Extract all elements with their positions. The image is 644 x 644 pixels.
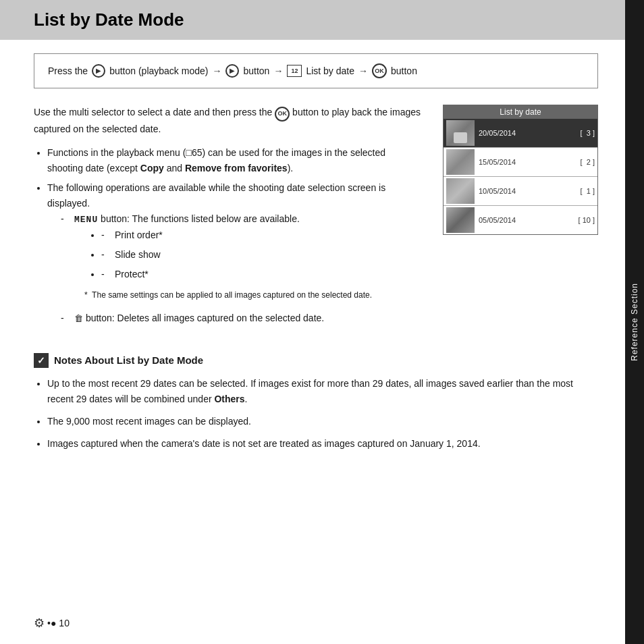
sidebar: Reference Section	[625, 0, 644, 644]
screenshot-ui: List by date 20/05/2014 [ 3 ] 15/05/2014…	[443, 105, 598, 235]
sub-bullet-1: Print order*	[101, 227, 423, 243]
main-bullets: Functions in the playback menu (□65) can…	[47, 145, 423, 326]
arrow-icon-3: →	[358, 63, 368, 78]
listbydate-icon: 12	[287, 65, 302, 77]
intro-paragraph: Use the multi selector to select a date …	[34, 105, 423, 137]
main-content: List by Date Mode Press the ▶ button (pl…	[0, 0, 625, 644]
body-section: Use the multi selector to select a date …	[34, 105, 598, 333]
screenshot-row-3: 10/05/2014 [ 1 ]	[444, 177, 597, 206]
screenshot-thumb-4	[446, 207, 475, 233]
sidebar-label: Reference Section	[630, 283, 639, 361]
instruction-box: Press the ▶ button (playback mode) → ▶ b…	[34, 53, 598, 88]
menu-icon: MENU	[74, 215, 98, 225]
notes-section: ✓ Notes About List by Date Mode Up to th…	[34, 353, 598, 452]
screenshot-row-2: 15/05/2014 [ 2 ]	[444, 148, 597, 177]
screenshot-date-3: 10/05/2014	[479, 187, 576, 195]
instruction-part2: button	[243, 63, 269, 78]
screenshot-header: List by date	[444, 105, 597, 119]
instruction-part4: button	[391, 63, 417, 78]
screenshot-panel: List by date 20/05/2014 [ 3 ] 15/05/2014…	[443, 105, 598, 333]
screenshot-thumb-3	[446, 178, 475, 204]
page-num-text: •●	[47, 618, 56, 628]
screenshot-date-1: 20/05/2014	[479, 129, 576, 137]
instruction-part1: button (playback mode)	[109, 63, 208, 78]
notes-title-text: Notes About List by Date Mode	[54, 354, 203, 366]
arrow-icon-1: →	[212, 63, 221, 78]
ok-icon-inline: OK	[275, 107, 290, 122]
sub-bullet-2: Slide show	[101, 247, 423, 263]
ok-icon: OK	[372, 63, 387, 78]
thumb-inner-1	[446, 120, 475, 146]
playback-icon: ▶	[92, 64, 105, 78]
screenshot-count-1: [ 3 ]	[581, 129, 595, 137]
screenshot-date-4: 05/05/2014	[479, 216, 574, 224]
body-text: Use the multi selector to select a date …	[34, 105, 423, 333]
thumb-inner-2	[446, 149, 475, 175]
dash-item-menu: MENU button: The functions listed below …	[61, 211, 423, 302]
page-num-value: 10	[59, 618, 70, 628]
screenshot-count-2: [ 2 ]	[581, 158, 595, 166]
instruction-prefix: Press the	[48, 63, 88, 78]
page-title: List by Date Mode	[34, 9, 591, 30]
sub-bullets: Print order* Slide show Protect*	[101, 227, 423, 282]
screenshot-count-4: [ 10 ]	[579, 216, 595, 224]
instruction-part3: List by date	[306, 63, 354, 78]
note-item-1: Up to the most recent 29 dates can be se…	[47, 376, 598, 407]
note-item-2: The 9,000 most recent images can be disp…	[47, 414, 598, 429]
trash-icon: 🗑	[74, 311, 83, 325]
dash-item-trash: 🗑 button: Deletes all images captured on…	[61, 311, 423, 326]
screenshot-row-4: 05/05/2014 [ 10 ]	[444, 206, 597, 234]
screenshot-count-3: [ 1 ]	[581, 187, 595, 195]
notes-list: Up to the most recent 29 dates can be se…	[47, 376, 598, 452]
footnote: * The same settings can be applied to al…	[84, 289, 423, 302]
playback-icon-2: ▶	[225, 64, 239, 78]
thumb-inner-3	[446, 178, 475, 204]
note-item-3: Images captured when the camera's date i…	[47, 436, 598, 452]
others-bold: Others	[214, 394, 244, 404]
sub-bullet-3: Protect*	[101, 267, 423, 282]
thumb-inner-4	[446, 207, 475, 233]
page-number: ⚙ •● 10	[34, 616, 70, 630]
bullet-2: The following operations are available w…	[47, 180, 423, 326]
screenshot-date-2: 15/05/2014	[479, 158, 576, 166]
page-icon: ⚙	[34, 616, 45, 630]
screenshot-thumb-1	[446, 120, 475, 146]
dash-list: MENU button: The functions listed below …	[61, 211, 423, 326]
bullet-1: Functions in the playback menu (□65) can…	[47, 145, 423, 176]
screenshot-thumb-2	[446, 149, 475, 175]
notes-check-icon: ✓	[34, 353, 49, 368]
screenshot-row-1: 20/05/2014 [ 3 ]	[444, 119, 597, 148]
title-section: List by Date Mode	[0, 0, 625, 40]
arrow-icon-2: →	[273, 63, 283, 78]
notes-title: ✓ Notes About List by Date Mode	[34, 353, 598, 368]
